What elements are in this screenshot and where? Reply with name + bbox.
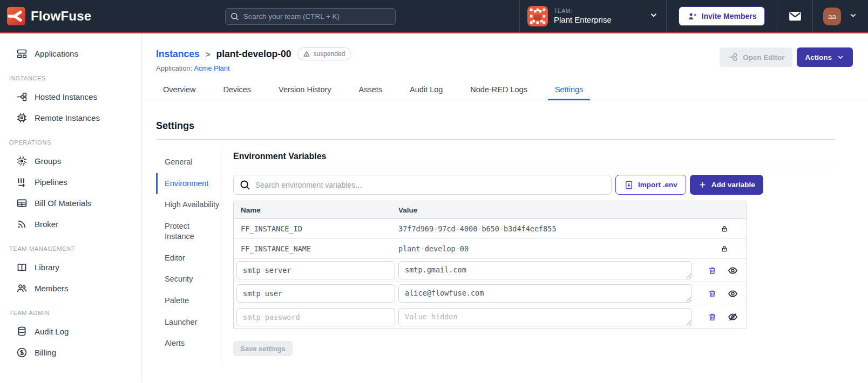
tab-assets[interactable]: Assets bbox=[352, 85, 390, 100]
env-var-name-input[interactable] bbox=[236, 308, 395, 326]
environment-variables-panel: Environment Variables bbox=[233, 148, 834, 364]
sidebar-item-members[interactable]: Members bbox=[0, 278, 141, 299]
tab-version-history[interactable]: Version History bbox=[272, 85, 338, 100]
tab-devices[interactable]: Devices bbox=[216, 85, 258, 100]
delete-variable-button[interactable] bbox=[707, 288, 718, 299]
warning-icon bbox=[303, 50, 310, 58]
env-var-value-input[interactable]: smtp.gmail.com bbox=[398, 261, 692, 279]
sidebar-item-label: Library bbox=[35, 263, 59, 272]
application-link[interactable]: Acme Plant bbox=[194, 64, 229, 72]
sidebar-section-team-admin: TEAM ADMIN bbox=[0, 299, 141, 321]
sidebar-item-audit-log[interactable]: Audit Log bbox=[0, 321, 141, 342]
search-icon bbox=[239, 179, 250, 193]
brand[interactable]: FlowFuse bbox=[0, 0, 101, 32]
tab-overview[interactable]: Overview bbox=[156, 85, 202, 100]
breadcrumb-separator: > bbox=[206, 50, 211, 59]
settings-subnav: General Environment High Availability Pr… bbox=[156, 148, 221, 364]
team-selector[interactable]: TEAM: Plant Enterprise bbox=[519, 0, 666, 32]
sidebar-item-label: Remote Instances bbox=[35, 113, 100, 122]
sidebar-item-label: Bill Of Materials bbox=[35, 199, 91, 208]
settings-section: Settings General Environment High Availa… bbox=[141, 120, 868, 364]
search-icon bbox=[230, 12, 239, 23]
env-search-input[interactable] bbox=[233, 175, 612, 195]
actions-button[interactable]: Actions bbox=[797, 47, 853, 67]
settings-nav-editor[interactable]: Editor bbox=[156, 248, 221, 269]
delete-variable-button[interactable] bbox=[707, 311, 718, 323]
tab-settings[interactable]: Settings bbox=[548, 85, 590, 100]
sidebar-item-label: Applications bbox=[35, 49, 78, 58]
settings-nav-alerts[interactable]: Alerts bbox=[156, 333, 221, 354]
open-editor-label: Open Editor bbox=[743, 53, 784, 61]
envelope-icon bbox=[788, 9, 802, 23]
delete-variable-button[interactable] bbox=[707, 265, 718, 276]
env-variables-table: Name Value FF_INSTANCE_ID 37f7d969-97cd-… bbox=[233, 201, 747, 329]
table-header: Name Value bbox=[234, 201, 747, 219]
import-file-icon bbox=[624, 180, 634, 190]
table-icon bbox=[16, 197, 28, 209]
env-var-name: FF_INSTANCE_ID bbox=[234, 224, 398, 233]
sidebar-item-groups[interactable]: Groups bbox=[0, 151, 141, 172]
sidebar-item-bill-of-materials[interactable]: Bill Of Materials bbox=[0, 193, 141, 214]
env-var-name-input[interactable] bbox=[236, 261, 395, 279]
environment-toolbar: Import .env Add variable bbox=[233, 175, 834, 195]
table-row: FF_INSTANCE_NAME plant-develop-00 bbox=[234, 239, 747, 259]
environment-variables-title: Environment Variables bbox=[233, 152, 834, 168]
save-settings-button[interactable]: Save settings bbox=[233, 341, 293, 356]
env-var-name: FF_INSTANCE_NAME bbox=[234, 244, 398, 253]
team-search-input[interactable] bbox=[225, 8, 396, 25]
invite-section: Invite Members bbox=[666, 0, 777, 32]
top-navbar: FlowFuse TEAM: bbox=[0, 0, 868, 33]
sidebar-item-library[interactable]: Library bbox=[0, 257, 141, 278]
sidebar-item-pipelines[interactable]: Pipelines bbox=[0, 172, 141, 193]
instance-tabs: Overview Devices Version History Assets … bbox=[141, 72, 868, 100]
sidebar-item-broker[interactable]: Broker bbox=[0, 214, 141, 235]
breadcrumb-instances-link[interactable]: Instances bbox=[156, 49, 200, 60]
sidebar-section-team-management: TEAM MANAGEMENT bbox=[0, 235, 141, 257]
plus-icon bbox=[698, 180, 707, 189]
show-value-button[interactable] bbox=[727, 288, 739, 300]
settings-nav-environment[interactable]: Environment bbox=[156, 173, 221, 195]
sidebar-item-hosted-instances[interactable]: Hosted Instances bbox=[0, 86, 141, 107]
flowfuse-logo-icon bbox=[7, 7, 25, 25]
add-variable-button[interactable]: Add variable bbox=[690, 175, 763, 195]
env-var-value-input[interactable] bbox=[398, 308, 692, 326]
env-var-name-input[interactable] bbox=[236, 284, 395, 303]
avatar: aa bbox=[823, 8, 841, 25]
sidebar-item-label: Pipelines bbox=[35, 177, 67, 187]
env-var-value: plant-develop-00 bbox=[398, 244, 702, 253]
env-var-value-input[interactable]: alice@flowfuse.com bbox=[398, 284, 692, 303]
open-editor-button[interactable]: Open Editor bbox=[720, 47, 792, 67]
settings-nav-protect-instance[interactable]: Protect Instance bbox=[156, 216, 221, 248]
import-env-button[interactable]: Import .env bbox=[615, 175, 686, 195]
tab-node-red-logs[interactable]: Node-RED Logs bbox=[463, 85, 534, 100]
main-content: Instances > plant-develop-00 suspended A… bbox=[141, 33, 868, 382]
show-value-button[interactable] bbox=[727, 264, 739, 277]
team-avatar bbox=[527, 6, 548, 26]
hide-value-button[interactable] bbox=[727, 311, 739, 323]
tab-audit-log[interactable]: Audit Log bbox=[403, 85, 450, 100]
settings-nav-general[interactable]: General bbox=[156, 152, 221, 173]
sidebar-item-billing[interactable]: Billing bbox=[0, 342, 141, 363]
chevron-down-icon bbox=[836, 53, 845, 61]
invite-members-button[interactable]: Invite Members bbox=[679, 6, 765, 26]
users-icon bbox=[16, 283, 28, 294]
table-row bbox=[234, 305, 747, 329]
table-row: alice@flowfuse.com bbox=[234, 282, 747, 305]
settings-nav-palette[interactable]: Palette bbox=[156, 290, 221, 312]
sidebar-item-label: Broker bbox=[35, 220, 58, 229]
table-row: FF_INSTANCE_ID 37f7d969-97cd-4000-b650-b… bbox=[234, 219, 747, 239]
sidebar-item-label: Hosted Instances bbox=[35, 92, 97, 101]
settings-nav-security[interactable]: Security bbox=[156, 269, 221, 290]
sidebar-item-applications[interactable]: Applications bbox=[0, 43, 141, 64]
notifications-button[interactable] bbox=[777, 0, 812, 32]
chevron-down-icon bbox=[649, 10, 659, 22]
import-env-label: Import .env bbox=[638, 181, 677, 189]
user-menu[interactable]: aa bbox=[812, 0, 868, 32]
sidebar-item-remote-instances[interactable]: Remote Instances bbox=[0, 107, 141, 128]
status-badge: suspended bbox=[297, 47, 352, 60]
status-badge-label: suspended bbox=[314, 50, 345, 58]
settings-nav-high-availability[interactable]: High Availability bbox=[156, 194, 221, 216]
subnav-divider bbox=[221, 148, 221, 364]
groups-icon bbox=[16, 155, 28, 167]
settings-nav-launcher[interactable]: Launcher bbox=[156, 312, 221, 333]
